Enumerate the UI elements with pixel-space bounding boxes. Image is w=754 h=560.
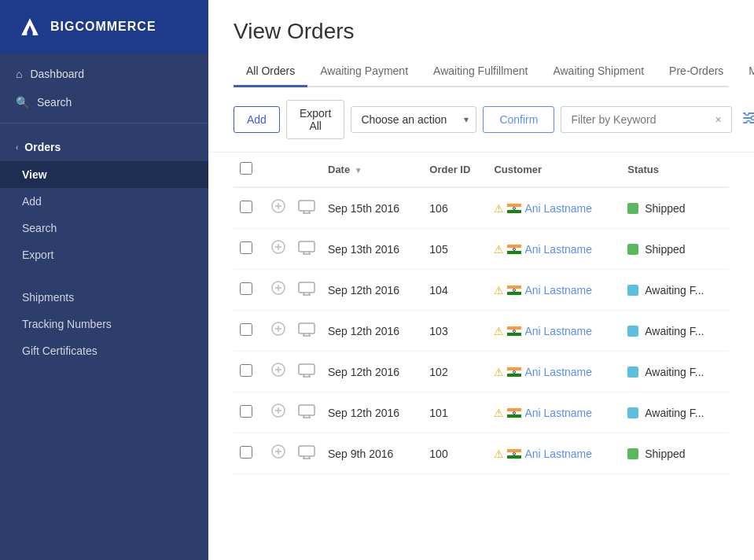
- add-row-icon[interactable]: [265, 187, 292, 229]
- row-checkbox-cell[interactable]: [234, 270, 265, 311]
- table-row: Sep 12th 2016 101 ⚠ Ani Lastname Awaitin…: [234, 392, 729, 433]
- order-status: Awaiting F...: [621, 392, 729, 433]
- orders-section-header[interactable]: ‹ Orders: [0, 133, 208, 161]
- status-header[interactable]: Status: [621, 153, 729, 187]
- sort-arrow-icon: ▼: [355, 166, 362, 175]
- svg-rect-71: [507, 408, 521, 411]
- main-header: View Orders All Orders Awaiting Payment …: [208, 0, 754, 87]
- add-button[interactable]: Add: [234, 106, 280, 133]
- svg-rect-51: [507, 333, 521, 336]
- row-checkbox-cell[interactable]: [234, 311, 265, 352]
- add-row-icon[interactable]: [265, 433, 292, 474]
- warning-icon: ⚠: [494, 202, 504, 215]
- order-customer: ⚠ Ani Lastname: [487, 392, 621, 433]
- action-select[interactable]: Choose an action Delete Archive Mark as …: [351, 106, 476, 133]
- chevron-left-icon: ‹: [16, 143, 18, 152]
- tab-all-orders[interactable]: All Orders: [234, 57, 307, 87]
- customer-name-link[interactable]: Ani Lastname: [524, 407, 592, 419]
- svg-rect-67: [299, 405, 314, 415]
- india-flag-icon: [507, 408, 521, 418]
- select-all-header[interactable]: [234, 153, 265, 187]
- tab-more[interactable]: More: [736, 57, 754, 87]
- status-label: Awaiting F...: [645, 366, 704, 378]
- customer-name-link[interactable]: Ani Lastname: [524, 243, 592, 256]
- search-label: Search: [37, 96, 72, 109]
- row-checkbox-cell[interactable]: [234, 433, 265, 474]
- row-checkbox[interactable]: [240, 364, 252, 377]
- tab-awaiting-fulfillment[interactable]: Awaiting Fulfillment: [421, 57, 540, 87]
- table-row: Sep 12th 2016 104 ⚠ Ani Lastname Awaitin…: [234, 270, 729, 311]
- sidebar-item-search[interactable]: 🔍 Search: [0, 88, 208, 116]
- date-header[interactable]: Date ▼: [322, 153, 423, 187]
- status-label: Shipped: [645, 243, 685, 256]
- sidebar: BIGCOMMERCE ⌂ Dashboard 🔍 Search ‹ Order…: [0, 0, 208, 560]
- warning-icon: ⚠: [494, 284, 504, 297]
- customer-header[interactable]: Customer: [487, 153, 621, 187]
- table-header-row: Date ▼ Order ID Customer Status: [234, 153, 729, 187]
- sidebar-nav-top: ⌂ Dashboard 🔍 Search: [0, 53, 208, 123]
- export-all-button[interactable]: Export All: [286, 100, 344, 139]
- svg-rect-18: [507, 210, 521, 213]
- svg-point-7: [751, 116, 754, 120]
- sidebar-item-view[interactable]: View: [0, 161, 208, 188]
- status-dot: [627, 326, 638, 337]
- row-checkbox-cell[interactable]: [234, 187, 265, 229]
- monitor-icon-cell: [292, 433, 322, 474]
- sidebar-item-add[interactable]: Add: [0, 188, 208, 215]
- sidebar-item-shipments[interactable]: Shipments: [0, 284, 208, 311]
- sidebar-item-gift-certs[interactable]: Gift Certificates: [0, 337, 208, 364]
- clear-filter-icon[interactable]: ×: [712, 113, 724, 126]
- row-checkbox[interactable]: [240, 446, 252, 459]
- sidebar-orders-section: ‹ Orders View Add Search Export: [0, 123, 208, 278]
- toolbar: Add Export All Choose an action Delete A…: [208, 87, 754, 153]
- filter-keyword-input[interactable]: [568, 107, 712, 132]
- status-label: Awaiting F...: [645, 325, 704, 337]
- dashboard-label: Dashboard: [30, 68, 84, 80]
- order-date: Sep 12th 2016: [322, 392, 423, 433]
- row-checkbox-cell[interactable]: [234, 229, 265, 270]
- tabs-bar: All Orders Awaiting Payment Awaiting Ful…: [234, 57, 729, 87]
- monitor-icon-cell: [292, 392, 322, 433]
- row-checkbox[interactable]: [240, 323, 252, 336]
- add-row-icon[interactable]: [265, 352, 292, 392]
- filter-options-button[interactable]: [738, 109, 754, 130]
- svg-rect-78: [299, 446, 314, 456]
- add-row-icon[interactable]: [265, 311, 292, 352]
- customer-name-link[interactable]: Ani Lastname: [524, 366, 592, 378]
- tab-pre-orders[interactable]: Pre-Orders: [657, 57, 736, 87]
- status-dot: [627, 285, 638, 296]
- table-row: Sep 9th 2016 100 ⚠ Ani Lastname Shipped: [234, 433, 729, 474]
- row-checkbox[interactable]: [240, 282, 252, 295]
- svg-rect-84: [507, 455, 521, 459]
- table-row: Sep 13th 2016 105 ⚠ Ani Lastname Shipped: [234, 229, 729, 270]
- select-all-checkbox[interactable]: [240, 162, 252, 175]
- order-date: Sep 12th 2016: [322, 352, 423, 392]
- add-row-icon[interactable]: [265, 270, 292, 311]
- customer-name-link[interactable]: Ani Lastname: [524, 284, 592, 297]
- tab-awaiting-shipment[interactable]: Awaiting Shipment: [540, 57, 657, 87]
- add-row-icon[interactable]: [265, 229, 292, 270]
- tab-awaiting-payment[interactable]: Awaiting Payment: [307, 57, 421, 87]
- confirm-button[interactable]: Confirm: [483, 106, 554, 133]
- customer-name-link[interactable]: Ani Lastname: [524, 448, 592, 460]
- sidebar-item-tracking[interactable]: Tracking Numbers: [0, 311, 208, 337]
- row-checkbox-cell[interactable]: [234, 392, 265, 433]
- order-status: Awaiting F...: [621, 270, 729, 311]
- row-checkbox-cell[interactable]: [234, 352, 265, 392]
- row-checkbox[interactable]: [240, 405, 252, 418]
- sidebar-item-dashboard[interactable]: ⌂ Dashboard: [0, 60, 208, 88]
- monitor-icon: [298, 445, 315, 459]
- customer-name-link[interactable]: Ani Lastname: [524, 202, 592, 215]
- sidebar-item-search-orders[interactable]: Search: [0, 215, 208, 241]
- sidebar-item-export[interactable]: Export: [0, 241, 208, 268]
- order-customer: ⚠ Ani Lastname: [487, 311, 621, 352]
- svg-rect-23: [299, 241, 314, 252]
- svg-rect-38: [507, 286, 521, 289]
- add-row-icon[interactable]: [265, 392, 292, 433]
- orders-table-wrapper: Date ▼ Order ID Customer Status: [208, 153, 754, 560]
- row-checkbox[interactable]: [240, 241, 252, 254]
- row-checkbox[interactable]: [240, 201, 252, 213]
- order-id-header[interactable]: Order ID: [423, 153, 487, 187]
- customer-name-link[interactable]: Ani Lastname: [524, 325, 592, 337]
- svg-rect-34: [299, 282, 314, 293]
